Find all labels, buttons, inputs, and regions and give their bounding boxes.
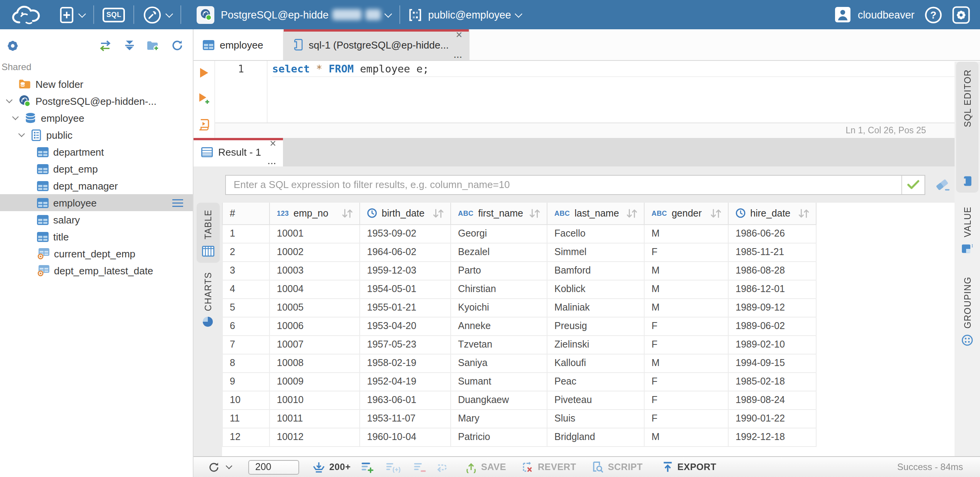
row-menu-icon[interactable] [172, 198, 184, 207]
cell[interactable]: Zielinski [547, 335, 644, 354]
cell[interactable]: Simmel [547, 243, 644, 261]
cell[interactable]: 10006 [269, 317, 360, 335]
sort-icon[interactable] [710, 209, 722, 218]
cell[interactable]: 1986-08-28 [728, 261, 816, 280]
cell[interactable]: 1985-02-18 [728, 372, 816, 391]
sort-icon[interactable] [798, 209, 810, 218]
schema-selector[interactable]: public@employee [409, 8, 521, 21]
sidebar-settings-gear-icon[interactable] [6, 39, 19, 52]
cell[interactable]: 1985-11-21 [728, 243, 816, 261]
save-button[interactable]: SAVE [465, 461, 506, 473]
cell[interactable]: 1989-09-12 [728, 298, 816, 317]
refresh-tree-icon[interactable] [171, 39, 184, 52]
connection-selector[interactable]: PostgreSQL@ep-hidde [190, 6, 391, 24]
tab-sql-editor-panel[interactable]: SQL EDITOR [956, 62, 978, 193]
cell[interactable]: Facello [547, 224, 644, 243]
column-header-last_name[interactable]: ABClast_name [547, 203, 644, 224]
user-menu[interactable]: cloudbeaver [835, 6, 914, 23]
duplicate-row-button[interactable]: (+) [386, 461, 402, 473]
close-tab-icon[interactable]: ✕ [455, 31, 462, 39]
cell[interactable]: Chirstian [451, 280, 547, 298]
column-header-emp_no[interactable]: 123emp_no [269, 203, 360, 224]
cell[interactable]: Peac [547, 372, 644, 391]
clear-filter-eraser-icon[interactable] [935, 178, 951, 191]
tab-result-1[interactable]: Result - 1 ✕ ... [194, 138, 283, 166]
cell[interactable]: 1963-06-01 [360, 391, 451, 409]
cell[interactable]: Anneke [451, 317, 547, 335]
tab-charts-presentation[interactable]: CHARTS [196, 265, 219, 333]
cell[interactable]: 1989-06-02 [728, 317, 816, 335]
refresh-result-button[interactable] [208, 461, 231, 473]
cell[interactable]: 10009 [269, 372, 360, 391]
column-header-birth_date[interactable]: birth_date [360, 203, 451, 224]
tree-item-new-folder[interactable]: New folder [0, 76, 193, 92]
cell[interactable]: F [644, 243, 728, 261]
tree-item-dept-emp-latest-date[interactable]: dept_emp_latest_date [0, 262, 193, 279]
cell[interactable]: F [644, 317, 728, 335]
tree-item-public[interactable]: public [0, 126, 193, 143]
revert-button[interactable]: REVERT [522, 461, 576, 473]
settings-button[interactable] [952, 6, 970, 24]
cell[interactable]: F [644, 409, 728, 428]
sort-icon[interactable] [529, 209, 541, 218]
cell[interactable]: Kalloufi [547, 354, 644, 372]
expand-chevron-icon[interactable] [11, 116, 20, 120]
cell[interactable]: 1994-09-15 [728, 354, 816, 372]
tree-item-title[interactable]: title [0, 228, 193, 245]
tab-value-panel[interactable]: VALUE I [956, 199, 978, 260]
execute-new-tab-button[interactable] [198, 92, 210, 105]
new-folder-icon[interactable] [146, 40, 160, 51]
cell[interactable]: M [644, 224, 728, 243]
cell[interactable]: 1952-04-19 [360, 372, 451, 391]
cell[interactable]: 10002 [269, 243, 360, 261]
cell[interactable]: Parto [451, 261, 547, 280]
cell[interactable]: 1953-04-20 [360, 317, 451, 335]
tab-grouping-panel[interactable]: GROUPING [956, 269, 978, 353]
column-header-gender[interactable]: ABCgender [644, 203, 728, 224]
cell[interactable]: 1986-06-26 [728, 224, 816, 243]
collapse-all-icon[interactable] [123, 40, 136, 51]
cell[interactable]: 10008 [269, 354, 360, 372]
cell[interactable]: 1953-09-02 [360, 224, 451, 243]
tab-table-presentation[interactable]: TABLE [196, 203, 219, 262]
cell[interactable]: 1986-12-01 [728, 280, 816, 298]
cell[interactable]: F [644, 391, 728, 409]
cell[interactable]: 10011 [269, 409, 360, 428]
cell[interactable]: Mary [451, 409, 547, 428]
cell[interactable]: 10012 [269, 428, 360, 446]
cell[interactable]: 1957-05-23 [360, 335, 451, 354]
cell[interactable]: Georgi [451, 224, 547, 243]
cell[interactable]: Duangkaew [451, 391, 547, 409]
apply-filter-button[interactable] [901, 175, 924, 194]
tree-item-salary[interactable]: salary [0, 211, 193, 228]
cell[interactable]: 10005 [269, 298, 360, 317]
cell[interactable]: Patricio [451, 428, 547, 446]
execute-script-button[interactable] [198, 119, 210, 131]
tree-item-dept-emp[interactable]: dept_emp [0, 160, 193, 177]
close-tab-icon[interactable]: ✕ [269, 139, 276, 148]
cell[interactable]: 10007 [269, 335, 360, 354]
delete-row-button[interactable] [414, 461, 426, 473]
cell[interactable]: 1990-01-22 [728, 409, 816, 428]
cell[interactable]: Maliniak [547, 298, 644, 317]
tree-item-employee[interactable]: employee [0, 194, 193, 211]
tree-item-employee[interactable]: employee [0, 109, 193, 126]
tab-menu-icon[interactable]: ... [268, 158, 277, 166]
row-limit-input[interactable] [248, 460, 299, 474]
cell[interactable]: 1960-10-04 [360, 428, 451, 446]
cell[interactable]: Piveteau [547, 391, 644, 409]
cell[interactable]: 10001 [269, 224, 360, 243]
cell[interactable]: 1989-08-24 [728, 391, 816, 409]
add-row-button[interactable] [362, 461, 374, 473]
cell[interactable]: M [644, 261, 728, 280]
open-sql-editor-button[interactable]: SQL [103, 7, 125, 22]
cell[interactable]: Saniya [451, 354, 547, 372]
revert-selection-button[interactable] [436, 461, 448, 473]
column-header-hire_date[interactable]: hire_date [728, 203, 816, 224]
tree-item-postgresql-ep-hidden-[interactable]: PostgreSQL@ep-hidden-... [0, 92, 193, 109]
cell[interactable]: F [644, 335, 728, 354]
cell[interactable]: 1964-06-02 [360, 243, 451, 261]
cell[interactable]: M [644, 280, 728, 298]
expand-chevron-icon[interactable] [17, 133, 26, 137]
cell[interactable]: Sluis [547, 409, 644, 428]
